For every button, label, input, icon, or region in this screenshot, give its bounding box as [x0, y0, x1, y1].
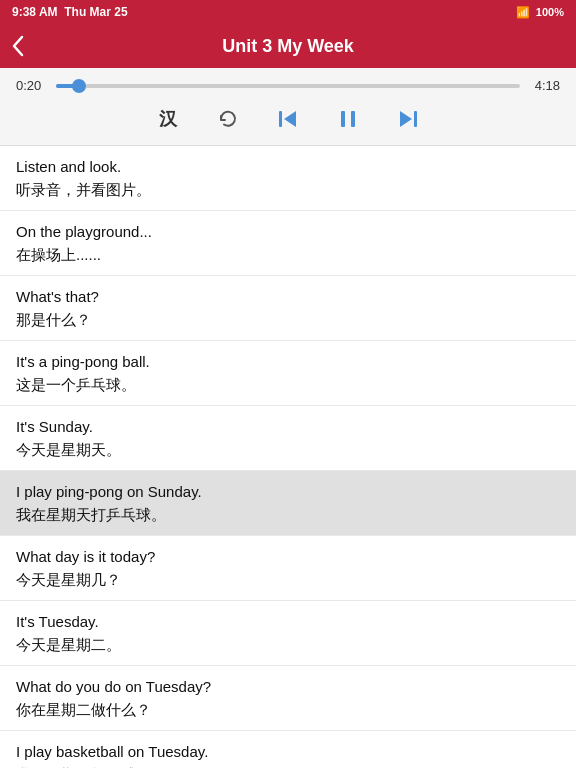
lyric-english: I play ping-pong on Sunday.	[16, 481, 560, 502]
wifi-icon: 📶	[516, 6, 530, 19]
controls-row: 汉	[16, 101, 560, 137]
lyric-chinese: 这是一个乒乓球。	[16, 374, 560, 395]
lyric-item[interactable]: Listen and look. 听录音，并看图片。	[0, 146, 576, 211]
lyric-english: It's a ping-pong ball.	[16, 351, 560, 372]
status-indicators: 📶 100%	[516, 6, 564, 19]
lyric-chinese: 今天是星期几？	[16, 569, 560, 590]
svg-marker-1	[284, 111, 296, 127]
lyric-chinese: 今天是星期二。	[16, 634, 560, 655]
lyric-chinese: 我在星期二打篮球。	[16, 764, 560, 768]
lyric-english: What day is it today?	[16, 546, 560, 567]
progress-track[interactable]	[56, 84, 520, 88]
lyric-chinese: 听录音，并看图片。	[16, 179, 560, 200]
progress-thumb	[72, 79, 86, 93]
current-time: 0:20	[16, 78, 48, 93]
svg-rect-4	[414, 111, 417, 127]
lyric-chinese: 今天是星期天。	[16, 439, 560, 460]
next-button[interactable]	[390, 101, 426, 137]
chinese-toggle-button[interactable]: 汉	[150, 101, 186, 137]
lyric-chinese: 你在星期二做什么？	[16, 699, 560, 720]
lyric-item[interactable]: I play ping-pong on Sunday. 我在星期天打乒乓球。	[0, 471, 576, 536]
progress-row: 0:20 4:18	[16, 78, 560, 93]
lyric-english: It's Tuesday.	[16, 611, 560, 632]
svg-marker-5	[400, 111, 412, 127]
svg-rect-3	[351, 111, 355, 127]
back-button[interactable]	[12, 35, 24, 57]
lyric-item[interactable]: What do you do on Tuesday? 你在星期二做什么？	[0, 666, 576, 731]
lyric-english: What do you do on Tuesday?	[16, 676, 560, 697]
refresh-button[interactable]	[210, 101, 246, 137]
lyric-item[interactable]: It's a ping-pong ball. 这是一个乒乓球。	[0, 341, 576, 406]
lyric-english: On the playground...	[16, 221, 560, 242]
lyric-chinese: 我在星期天打乒乓球。	[16, 504, 560, 525]
lyric-item[interactable]: It's Sunday. 今天是星期天。	[0, 406, 576, 471]
svg-rect-2	[341, 111, 345, 127]
header: Unit 3 My Week	[0, 24, 576, 68]
lyric-chinese: 在操场上......	[16, 244, 560, 265]
lyric-english: What's that?	[16, 286, 560, 307]
lyric-english: Listen and look.	[16, 156, 560, 177]
svg-rect-0	[279, 111, 282, 127]
lyric-item[interactable]: What day is it today? 今天是星期几？	[0, 536, 576, 601]
lyric-item[interactable]: On the playground... 在操场上......	[0, 211, 576, 276]
page-title: Unit 3 My Week	[222, 36, 354, 57]
battery-label: 100%	[536, 6, 564, 18]
total-time: 4:18	[528, 78, 560, 93]
lyric-item[interactable]: I play basketball on Tuesday. 我在星期二打篮球。	[0, 731, 576, 768]
status-bar: 9:38 AM Thu Mar 25 📶 100%	[0, 0, 576, 24]
lyric-chinese: 那是什么？	[16, 309, 560, 330]
lyric-english: I play basketball on Tuesday.	[16, 741, 560, 762]
lyric-english: It's Sunday.	[16, 416, 560, 437]
pause-button[interactable]	[330, 101, 366, 137]
player-area: 0:20 4:18 汉	[0, 68, 576, 146]
lyrics-list: Listen and look. 听录音，并看图片。 On the playgr…	[0, 146, 576, 768]
status-time: 9:38 AM Thu Mar 25	[12, 5, 128, 19]
lyric-item[interactable]: It's Tuesday. 今天是星期二。	[0, 601, 576, 666]
lyric-item[interactable]: What's that? 那是什么？	[0, 276, 576, 341]
previous-button[interactable]	[270, 101, 306, 137]
